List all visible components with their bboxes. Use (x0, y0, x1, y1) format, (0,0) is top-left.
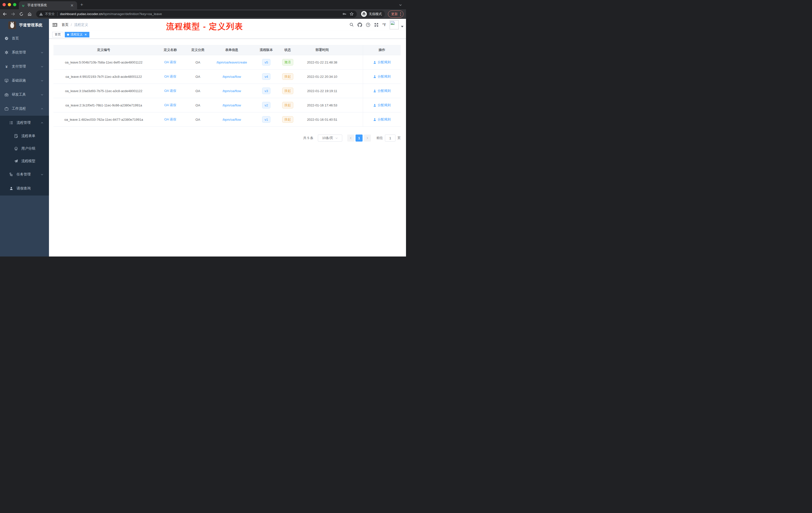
page-content: 定义编号 定义名称 定义分类 表单信息 流程版本 状态 部署时间 操作 oa_l… (49, 39, 406, 256)
favicon-sprout-icon (21, 3, 25, 7)
back-button[interactable] (1, 10, 8, 18)
tab-search-icon[interactable] (399, 3, 402, 7)
page-size-select[interactable]: 10条/页 (318, 134, 342, 142)
page-size-value: 10条/页 (322, 136, 333, 140)
sidebar-item-label: 系统管理 (12, 50, 26, 55)
incognito-label: 无痕模式 (369, 12, 382, 16)
definition-name-link[interactable]: OA 请假 (164, 74, 176, 79)
sidebar-item-payment-management[interactable]: ¥ 支付管理 (0, 59, 49, 73)
breadcrumb-home[interactable]: 首页 (61, 23, 68, 27)
assign-rule-link[interactable]: 分配规则 (373, 60, 391, 64)
cell-category: OA (186, 55, 209, 69)
password-key-icon[interactable] (342, 12, 347, 16)
form-info-link[interactable]: /bpm/oa/flow (223, 118, 241, 121)
assign-rule-link[interactable]: 分配规则 (373, 89, 391, 93)
warning-triangle-icon (39, 12, 43, 16)
tag-home[interactable]: 首页 (52, 32, 63, 37)
sidebar-item-system-management[interactable]: 系统管理 (0, 46, 49, 59)
sidebar-logo[interactable]: 芋道管理系统 (0, 19, 49, 31)
update-label: 更新 (391, 12, 398, 16)
fullscreen-icon[interactable] (374, 23, 379, 27)
version-tag: v4 (262, 73, 270, 80)
sidebar-item-process-model[interactable]: 流程模型 (0, 155, 49, 168)
logo-title: 芋道管理系统 (19, 23, 42, 28)
svg-text:?: ? (367, 23, 369, 26)
help-question-icon[interactable]: ? (366, 23, 370, 27)
assign-rule-link[interactable]: 分配规则 (373, 117, 391, 122)
status-badge: 挂起 (282, 88, 293, 94)
tag-label: 流程定义 (70, 32, 83, 37)
prev-page-button[interactable] (347, 134, 354, 142)
version-tag: v3 (262, 88, 270, 94)
avatar-caret-icon[interactable] (401, 26, 404, 27)
person-icon (373, 104, 376, 107)
next-page-button[interactable] (364, 134, 371, 142)
font-size-icon[interactable]: тT (382, 23, 386, 27)
form-info-link[interactable]: /bpm/oa/leave/create (216, 60, 247, 64)
cell-category: OA (186, 98, 209, 112)
person-icon (373, 61, 376, 64)
tag-close-icon[interactable]: ✕ (84, 33, 87, 36)
table-row: oa_leave:4:991f2193-7b7f-11ec-a3c8-acde4… (54, 69, 401, 84)
sidebar-item-label: 流程管理 (17, 120, 31, 125)
chevron-down-icon (41, 79, 44, 82)
sidebar-item-task-management[interactable]: 任务管理 (0, 168, 49, 181)
table-row: oa_leave:2:3c1f0ef1-76b1-11ec-9c66-a2380… (54, 98, 401, 113)
cell-category: OA (186, 69, 209, 84)
search-icon[interactable] (349, 23, 354, 27)
status-badge: 激活 (282, 59, 293, 65)
forward-button[interactable] (9, 10, 17, 18)
form-info-link[interactable]: /bpm/oa/flow (223, 89, 241, 93)
gear-icon (4, 51, 8, 55)
pagination: 共 5 条 10条/页 1 前往 页 (303, 134, 401, 142)
goto-page-input[interactable] (385, 134, 396, 142)
cell-category: OA (186, 84, 209, 98)
tab-close-icon[interactable]: ✕ (69, 3, 75, 7)
window-zoom-button[interactable] (13, 3, 16, 6)
tab-title: 芋道管理系统 (27, 3, 69, 7)
definition-name-link[interactable]: OA 请假 (164, 103, 176, 108)
chevron-down-icon (41, 65, 44, 68)
status-badge: 挂起 (282, 102, 293, 109)
form-info-link[interactable]: /bpm/oa/flow (223, 75, 241, 79)
assign-rule-link[interactable]: 分配规则 (373, 74, 391, 79)
sidebar-item-leave-query[interactable]: 请假查询 (0, 181, 49, 195)
window-minimize-button[interactable] (8, 3, 11, 6)
home-button[interactable] (26, 10, 33, 18)
workflow-submenu: 流程管理 流程表单 用户分组 (0, 116, 49, 195)
definition-name-link[interactable]: OA 请假 (164, 89, 176, 93)
url-bar[interactable]: 不安全 dashboard.yudao.iocoder.cn/bpm/manag… (36, 10, 357, 18)
user-icon (9, 186, 13, 190)
window-close-button[interactable] (2, 3, 6, 6)
monitor-icon (4, 79, 8, 83)
reload-button[interactable] (18, 10, 25, 18)
sidebar-fold-icon[interactable] (53, 23, 57, 27)
sidebar-item-user-group[interactable]: 用户分组 (0, 142, 49, 155)
status-badge: 挂起 (282, 116, 293, 123)
github-icon[interactable] (357, 23, 362, 27)
sidebar-item-process-management[interactable]: 流程管理 (0, 116, 49, 130)
sidebar-item-workflow[interactable]: 工作流程 (0, 102, 49, 116)
sidebar-item-process-form[interactable]: 流程表单 (0, 130, 49, 142)
tag-process-definition[interactable]: 流程定义 ✕ (65, 32, 89, 37)
definition-name-link[interactable]: OA 请假 (164, 117, 176, 122)
cell-definition-id: oa_leave:3:1fad3d93-7b75-11ec-a3c8-acde4… (54, 84, 154, 98)
browser-menu-icon[interactable] (400, 12, 401, 16)
bookmark-star-icon[interactable] (349, 12, 354, 16)
browser-tabstrip: 芋道管理系统 ✕ + (0, 0, 406, 9)
avatar[interactable] (390, 20, 399, 29)
assign-rule-link[interactable]: 分配规则 (373, 103, 391, 108)
cell-deploy-time: 2022-01-22 20:34:10 (297, 69, 347, 84)
new-tab-button[interactable]: + (80, 2, 83, 7)
sidebar-item-dev-tools[interactable]: 研发工具 (0, 88, 49, 102)
sidebar-item-label: 用户分组 (21, 146, 35, 151)
annotation-title: 流程模型 - 定义列表 (166, 21, 243, 32)
browser-update-button[interactable]: 更新 (388, 10, 404, 18)
cell-definition-id: oa_leave:2:3c1f0ef1-76b1-11ec-9c66-a2380… (54, 98, 154, 112)
definition-name-link[interactable]: OA 请假 (164, 60, 176, 64)
form-info-link[interactable]: /bpm/oa/flow (223, 103, 241, 107)
sidebar-item-infrastructure[interactable]: 基础设施 (0, 73, 49, 88)
sidebar-item-home[interactable]: 首页 (0, 31, 49, 46)
browser-tab[interactable]: 芋道管理系统 ✕ (19, 1, 77, 9)
page-number-button[interactable]: 1 (355, 134, 362, 142)
